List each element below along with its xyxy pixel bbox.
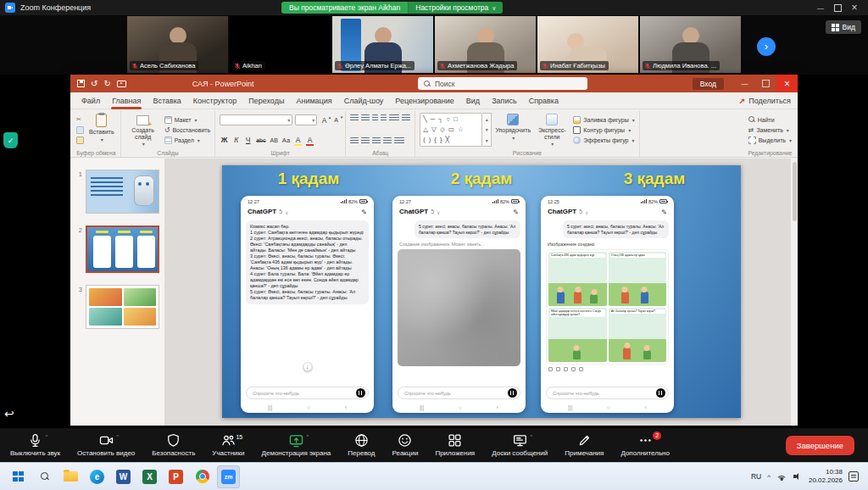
tab-slideshow[interactable]: Слайд-шоу	[338, 93, 390, 109]
next-participants-button[interactable]	[757, 37, 776, 56]
chrome-button[interactable]	[191, 465, 214, 488]
participant-tile-2[interactable]: Aikhan	[230, 16, 331, 73]
bullets-icon[interactable]	[350, 114, 359, 122]
tab-transitions[interactable]: Переходы	[242, 93, 290, 109]
participant-tile-3[interactable]: Өрлеу Алматы Ержа...	[332, 16, 433, 73]
change-case-button[interactable]: Аа	[281, 135, 291, 145]
tab-help[interactable]: Справка	[523, 93, 565, 109]
notification-center-icon[interactable]	[849, 471, 859, 482]
redo-icon[interactable]	[103, 79, 110, 88]
reset-button[interactable]: Восстановить	[164, 125, 211, 135]
text-direction-icon[interactable]	[402, 114, 410, 122]
share-button[interactable]: Поделиться	[739, 97, 791, 105]
tab-insert[interactable]: Вставка	[147, 93, 186, 109]
italic-button[interactable]: К	[231, 135, 241, 145]
signin-button[interactable]: Вход	[693, 78, 724, 90]
decrease-indent-icon[interactable]	[372, 114, 378, 122]
shape-fill-button[interactable]: Заливка фигуры	[573, 114, 634, 125]
ppt-maximize-button[interactable]	[755, 75, 776, 92]
word-button[interactable]: W	[112, 465, 135, 488]
replace-button[interactable]: Заменить	[748, 125, 792, 135]
hidden-icons-chevron[interactable]	[767, 472, 771, 481]
justify-icon[interactable]	[383, 137, 392, 145]
tab-design[interactable]: Конструктор	[187, 93, 242, 109]
align-center-icon[interactable]	[361, 137, 370, 145]
slide-thumbnail-2-selected[interactable]: 2	[75, 226, 159, 273]
edge-button[interactable]: e	[86, 465, 108, 488]
arrange-button[interactable]: Упорядочить	[495, 113, 531, 142]
save-icon[interactable]	[77, 80, 85, 87]
canvas-scrollbar[interactable]	[790, 159, 798, 426]
bold-button[interactable]: Ж	[220, 135, 229, 145]
new-slide-button[interactable]: Создать слайд	[125, 113, 161, 148]
char-spacing-button[interactable]: АВ	[270, 135, 279, 145]
paste-button[interactable]: Вставить	[87, 113, 116, 143]
find-button[interactable]: Найти	[748, 114, 792, 125]
chevron-up-icon[interactable]	[116, 434, 119, 439]
reactions-button[interactable]: Реакции	[390, 433, 420, 457]
mute-button[interactable]: Выключить звук	[8, 433, 62, 457]
shape-outline-button[interactable]: Контур фигуры	[573, 125, 634, 135]
taskbar-search-button[interactable]	[33, 465, 56, 488]
chevron-up-icon[interactable]	[306, 434, 309, 439]
more-button[interactable]: 2 Дополнительно	[619, 433, 671, 457]
volume-icon[interactable]	[793, 473, 803, 481]
chevron-up-icon[interactable]	[46, 434, 48, 439]
participant-tile-4[interactable]: Ахметжанова Жадыра	[435, 16, 536, 73]
file-explorer-button[interactable]	[59, 465, 82, 488]
ppt-minimize-button[interactable]	[734, 75, 755, 92]
cut-button[interactable]	[76, 114, 84, 125]
align-right-icon[interactable]	[372, 137, 381, 145]
wifi-icon[interactable]	[776, 473, 787, 481]
line-spacing-icon[interactable]	[389, 114, 399, 122]
tab-view[interactable]: Вид	[460, 93, 486, 109]
apps-button[interactable]: Приложения	[433, 433, 476, 457]
slide-thumbnail-1[interactable]: 1	[75, 170, 159, 214]
tab-file[interactable]: Файл	[75, 93, 106, 109]
quick-styles-button[interactable]: Экспресс-стили	[534, 113, 570, 148]
participant-tile-1[interactable]: Асель Сабиханова	[127, 16, 228, 73]
tab-home[interactable]: Главная	[106, 93, 147, 109]
font-size-combo[interactable]	[295, 114, 317, 125]
slideshow-icon[interactable]	[117, 81, 126, 87]
excel-button[interactable]: X	[138, 465, 161, 488]
view-options-button[interactable]: Настройки просмотра	[408, 2, 503, 14]
highlight-color-button[interactable]: А	[293, 135, 303, 145]
font-name-combo[interactable]	[220, 114, 292, 125]
layout-button[interactable]: Макет	[164, 114, 211, 125]
grow-font-button[interactable]	[320, 115, 329, 125]
participant-tile-6[interactable]: Людмила Иванова. ...	[640, 16, 741, 73]
increase-indent-icon[interactable]	[381, 114, 387, 122]
notes-button[interactable]: Примечания	[563, 433, 605, 457]
language-indicator[interactable]: RU	[751, 472, 761, 481]
participants-button[interactable]: 15 Участники	[210, 433, 246, 457]
tab-animations[interactable]: Анимация	[290, 93, 337, 109]
undo-icon[interactable]	[91, 79, 97, 88]
section-button[interactable]: Раздел	[164, 135, 211, 145]
shape-effects-button[interactable]: Эффекты фигур	[573, 135, 634, 145]
maximize-button[interactable]	[829, 0, 846, 15]
columns-icon[interactable]	[394, 137, 404, 145]
stop-video-button[interactable]: Остановить видео	[75, 433, 136, 457]
align-left-icon[interactable]	[350, 137, 359, 145]
current-slide[interactable]: 1 қадам 2 қадам 3 қадам 12:27 82% ChatGP…	[222, 165, 741, 418]
shapes-gallery[interactable]: ╲ ─ ┐ ○ □ △ ▽ ◇ ▭ ☆ ( ) { } ╳	[420, 113, 492, 147]
start-button[interactable]	[7, 465, 30, 488]
copy-icon[interactable]	[76, 126, 84, 134]
participant-tile-5[interactable]: Инабат Ғабитқызы	[537, 16, 638, 73]
numbering-icon[interactable]	[361, 114, 370, 122]
close-button[interactable]	[846, 0, 863, 15]
select-button[interactable]: Выделить	[748, 135, 792, 145]
tab-review[interactable]: Рецензирование	[389, 93, 460, 109]
slide-thumbnail-3[interactable]: 3	[75, 285, 159, 329]
search-box[interactable]: Поиск	[418, 77, 587, 90]
underline-button[interactable]: Ч	[243, 135, 253, 145]
font-color-button[interactable]: А	[305, 135, 314, 145]
format-painter-icon[interactable]	[76, 136, 84, 144]
tab-record[interactable]: Запись	[486, 93, 523, 109]
strikethrough-button[interactable]: abc	[255, 135, 266, 145]
whiteboards-button[interactable]: Доски сообщений	[490, 433, 549, 457]
ppt-close-button[interactable]	[776, 75, 798, 92]
shrink-font-button[interactable]	[331, 115, 341, 125]
minimize-button[interactable]	[812, 0, 829, 15]
